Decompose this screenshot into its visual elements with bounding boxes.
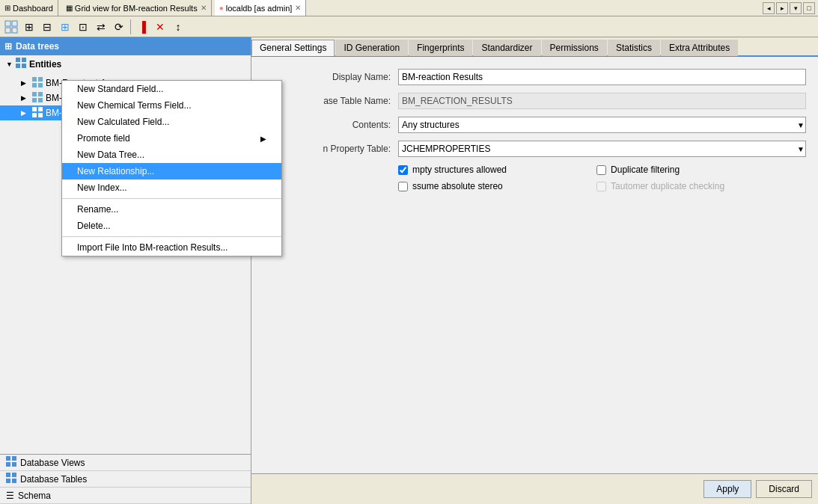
close-tab-icon[interactable]: ✕ [295, 4, 301, 12]
table-add-btn[interactable]: ⊞ [57, 19, 73, 35]
grid-add-btn[interactable] [3, 19, 19, 35]
display-name-input[interactable] [398, 69, 806, 85]
menu-item-new-relationship[interactable]: New Relationship... [62, 163, 281, 179]
menu-item-new-index[interactable]: New Index... [62, 179, 281, 196]
left-panel-header: ⊞ Data trees [0, 37, 251, 55]
data-trees-icon: ⊞ [4, 41, 12, 52]
svg-rect-15 [38, 98, 43, 102]
tab-general-settings[interactable]: General Settings [251, 40, 335, 56]
svg-rect-4 [16, 58, 20, 62]
menu-item-new-standard-field[interactable]: New Standard Field... [62, 81, 281, 97]
table-icon [32, 92, 43, 105]
menu-item-rename[interactable]: Rename... [62, 201, 281, 218]
grid-icon: ▦ [66, 4, 73, 12]
footer-schema[interactable]: ☰ Schema [0, 488, 251, 504]
property-table-select-wrapper: JCHEMPROPERTIES ▼ [398, 141, 806, 157]
svg-rect-23 [12, 462, 16, 467]
svg-rect-11 [38, 83, 43, 87]
chart-btn[interactable]: ▐ [134, 19, 150, 35]
db-icon: ● [219, 4, 224, 12]
svg-rect-14 [32, 98, 37, 102]
absolute-stereo-label: ssume absolute stereo [412, 181, 503, 191]
menu-item-new-chemical-terms-field[interactable]: New Chemical Terms Field... [62, 97, 281, 114]
tab-id-generation[interactable]: ID Generation [335, 40, 408, 56]
svg-rect-2 [5, 28, 10, 33]
menu-separator-1 [62, 198, 281, 199]
tab-extra-attributes[interactable]: Extra Attributes [661, 40, 738, 56]
display-name-label: Display Name: [263, 72, 398, 82]
duplicate-filtering-checkbox[interactable] [596, 165, 606, 175]
svg-rect-6 [16, 64, 20, 68]
svg-rect-0 [5, 21, 10, 26]
menu-item-import-file[interactable]: Import File Into BM-reaction Results... [62, 239, 281, 256]
table-btn[interactable]: ⊟ [39, 19, 55, 35]
nav-down[interactable]: ▾ [790, 2, 802, 14]
db-table-label: ase Table Name: [263, 96, 398, 106]
close-tab-icon[interactable]: ✕ [201, 4, 207, 12]
nav-next[interactable]: ▸ [776, 2, 788, 14]
dashboard-icon: ⊞ [4, 4, 10, 12]
tab-standardizer[interactable]: Standardizer [473, 40, 540, 56]
footer-label: Schema [18, 491, 51, 501]
property-table-row: n Property Table: JCHEMPROPERTIES ▼ [263, 141, 806, 157]
display-name-row: Display Name: [263, 69, 806, 85]
footer-database-views[interactable]: Database Views [0, 455, 251, 471]
db-table-input [398, 93, 806, 109]
expand-icon: ▶ [21, 94, 30, 102]
left-panel-footer: Database Views Database Tables ☰ Schema [0, 454, 251, 504]
tab-grid-view[interactable]: ▦ Grid view for BM-reaction Results ✕ [61, 0, 212, 16]
expand-icon: ▼ [6, 61, 13, 68]
tautomer-checkbox[interactable] [596, 182, 606, 191]
empty-structures-checkbox[interactable] [398, 165, 408, 175]
discard-button[interactable]: Discard [756, 480, 812, 498]
contents-select[interactable]: Any structures Molecules only Reactions … [398, 117, 806, 133]
duplicate-filtering-label: Duplicate filtering [611, 165, 680, 175]
nav-max[interactable]: □ [803, 2, 815, 14]
entities-icon [16, 58, 26, 70]
tab-label: Grid view for BM-reaction Results [75, 4, 198, 13]
svg-rect-17 [38, 107, 43, 111]
absolute-stereo-checkbox[interactable] [398, 182, 408, 191]
sort-btn[interactable]: ↕ [170, 19, 186, 35]
menu-item-delete[interactable]: Delete... [62, 218, 281, 234]
svg-rect-5 [22, 58, 26, 62]
svg-rect-10 [32, 83, 37, 87]
property-table-select[interactable]: JCHEMPROPERTIES [398, 141, 806, 157]
svg-rect-19 [38, 113, 43, 117]
tab-permissions[interactable]: Permissions [542, 40, 607, 56]
svg-rect-24 [6, 473, 10, 477]
svg-rect-20 [6, 456, 10, 461]
contents-row: Contents: Any structures Molecules only … [263, 117, 806, 133]
svg-rect-16 [32, 107, 37, 111]
view-btn[interactable]: ⊞ [21, 19, 37, 35]
svg-rect-13 [38, 92, 43, 96]
svg-rect-21 [12, 456, 16, 461]
tab-localdb[interactable]: ● localdb [as admin] ✕ [215, 0, 307, 16]
tab-fingerprints[interactable]: Fingerprints [409, 40, 472, 56]
toolbar: ⊞ ⊟ ⊞ ⊡ ⇄ ⟳ ▐ ✕ ↕ [0, 16, 818, 37]
nav-prev[interactable]: ◂ [763, 2, 775, 14]
db-views-icon [6, 456, 16, 469]
right-panel: General Settings ID Generation Fingerpri… [251, 37, 818, 504]
menu-item-promote-field[interactable]: Promote field ▶ [62, 130, 281, 147]
separator [130, 19, 131, 34]
menu-item-new-calculated-field[interactable]: New Calculated Field... [62, 114, 281, 130]
refresh-btn[interactable]: ⟳ [111, 19, 127, 35]
svg-rect-22 [6, 462, 10, 467]
empty-structures-row: mpty structures allowed [398, 165, 507, 175]
contents-label: Contents: [263, 120, 398, 130]
footer-database-tables[interactable]: Database Tables [0, 471, 251, 488]
tab-statistics[interactable]: Statistics [608, 40, 660, 56]
right-checkboxes: Duplicate filtering Tautomer duplicate c… [596, 165, 724, 191]
tab-dashboard[interactable]: ⊞ Dashboard [0, 0, 58, 16]
menu-item-new-data-tree[interactable]: New Data Tree... [62, 147, 281, 163]
left-checkboxes: mpty structures allowed ssume absolute s… [398, 165, 507, 191]
tautomer-row: Tautomer duplicate checking [596, 181, 724, 191]
close-btn[interactable]: ✕ [152, 19, 168, 35]
top-bar: ⊞ Dashboard ▦ Grid view for BM-reaction … [0, 0, 818, 16]
expand-icon: ▶ [21, 79, 30, 87]
arrow-btn[interactable]: ⇄ [93, 19, 109, 35]
context-menu: New Standard Field... New Chemical Terms… [61, 80, 282, 256]
table-edit-btn[interactable]: ⊡ [75, 19, 91, 35]
apply-button[interactable]: Apply [703, 480, 751, 498]
